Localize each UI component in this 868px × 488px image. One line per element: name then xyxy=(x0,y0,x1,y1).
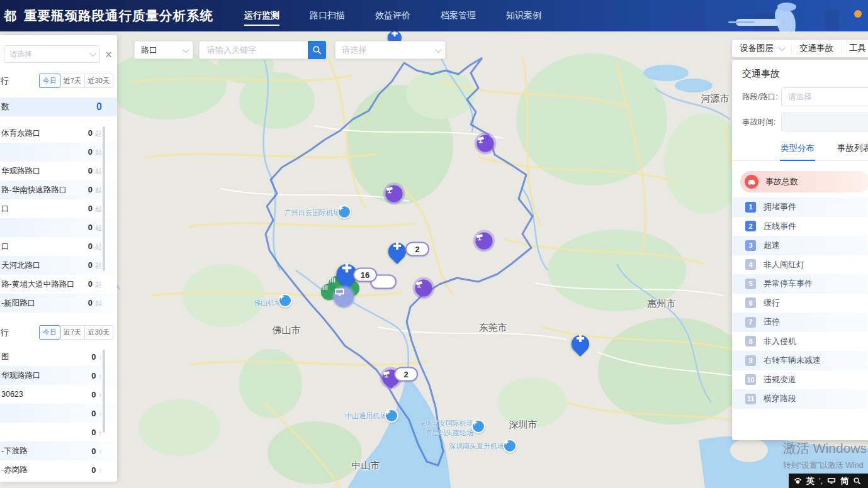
camera-marker[interactable] xyxy=(477,135,494,152)
list-item[interactable]: 口0起 xyxy=(0,237,117,256)
ime-punctuation[interactable]: ’, xyxy=(819,477,823,485)
traffic-accident-panel: 交通事故 路段/路口: 请选择 事故时间: 类型分布事故列表 事故总数 1拥堵事… xyxy=(732,60,868,440)
city-label-河源市: 河源市 xyxy=(701,93,730,105)
brand: 都 重要瓶颈路段通行质量分析系统 xyxy=(4,7,213,25)
type-rank-badge: 1 xyxy=(745,202,756,213)
type-label: 右转车辆未减速 xyxy=(764,355,821,366)
value-unit: 起 xyxy=(95,223,102,233)
toolbar-item-3[interactable]: 工具 xyxy=(841,43,868,53)
device-cluster-marker[interactable] xyxy=(572,335,589,353)
count-badge-value: 2 xyxy=(405,242,429,257)
list-item-value: 0起 xyxy=(88,298,102,308)
scrollbar[interactable] xyxy=(103,350,105,433)
accident-type-row: 4非人闯红灯 xyxy=(732,255,868,275)
area-select[interactable]: 请选择 xyxy=(335,41,446,59)
list-item[interactable]: 图0↑ xyxy=(0,347,117,366)
list-item[interactable]: 0起 xyxy=(0,143,117,162)
value-unit: ↑ xyxy=(99,372,103,380)
ime-paw-icon[interactable] xyxy=(794,477,802,485)
tab-2[interactable]: 事故列表 xyxy=(837,138,868,160)
ime-simplified-toggle[interactable]: 简 xyxy=(840,475,848,487)
search-type-select[interactable]: 路口 xyxy=(134,41,193,59)
list-item[interactable]: 华观路路口0↑ xyxy=(0,366,117,385)
list-item[interactable]: 0↑ xyxy=(0,423,117,441)
list-item-label: 天河北路口 xyxy=(1,260,41,271)
type-rank-badge: 5 xyxy=(745,279,756,289)
list-item[interactable]: 体育东路口0起 xyxy=(0,124,117,143)
type-rank-badge: 3 xyxy=(745,240,756,251)
camera-marker[interactable] xyxy=(476,233,493,250)
list-item[interactable]: 华观路路口0起 xyxy=(0,162,117,180)
list-item[interactable]: 路-黄埔大道中路路口...0起 xyxy=(0,275,117,294)
ime-search-icon[interactable] xyxy=(853,477,861,485)
list-item[interactable]: 口0起 xyxy=(0,199,117,218)
list-item-value: 0起 xyxy=(88,204,102,214)
accident-time-input[interactable] xyxy=(781,113,868,131)
nav-item-5[interactable]: 知识案例 xyxy=(505,1,543,30)
type-rank-badge: 10 xyxy=(745,374,756,385)
list-item[interactable]: 0起 xyxy=(0,218,117,237)
camera-icon xyxy=(477,135,494,152)
tab-1[interactable]: 类型分布 xyxy=(780,138,815,160)
left-ranking-panel: 请选择 × 行 今日近7天近30天 数 0 体育东路口0起0起华观路路口0起路-… xyxy=(0,35,117,482)
display-device-marker[interactable] xyxy=(334,287,354,307)
nav-item-4[interactable]: 档案管理 xyxy=(439,1,477,30)
list-item[interactable]: 0↑ xyxy=(0,404,117,423)
time-filter-group: 今日近7天近30天 xyxy=(40,74,113,88)
left-filter-select[interactable]: 请选择 xyxy=(4,45,100,63)
airport-marker[interactable] xyxy=(385,409,398,423)
accident-type-row: 9右转车辆未减速 xyxy=(732,351,868,370)
monitor-icon xyxy=(334,287,354,307)
value-number: 0 xyxy=(88,147,93,157)
accident-type-row: 10违规变道 xyxy=(732,370,868,390)
list-item[interactable]: 306230↑ xyxy=(0,385,117,404)
list-item-label: 华观路路口 xyxy=(1,370,41,381)
time-filter-今日[interactable]: 今日 xyxy=(39,74,60,88)
ime-lang-toggle[interactable]: 英 xyxy=(806,475,814,487)
device-cluster-marker[interactable] xyxy=(388,243,406,260)
airport-marker[interactable] xyxy=(337,205,351,219)
accident-total-label: 事故总数 xyxy=(765,176,798,187)
road-select[interactable]: 请选择 xyxy=(781,87,868,106)
value-number: 0 xyxy=(91,446,96,456)
airport-marker[interactable] xyxy=(278,294,292,308)
list-item-value: 0起 xyxy=(88,128,102,138)
time-filter-近30天[interactable]: 近30天 xyxy=(84,74,113,88)
list-item[interactable]: 路-华南快速路路口0起 xyxy=(0,180,117,199)
airport-marker[interactable] xyxy=(503,439,517,453)
camera-icon xyxy=(415,280,432,297)
app-title: 重要瓶颈路段通行质量分析系统 xyxy=(24,7,213,25)
list-item[interactable]: -下渡路0↑ xyxy=(0,441,117,460)
toolbar-item-1[interactable]: 设备图层 xyxy=(732,43,791,53)
value-unit: 起 xyxy=(95,242,102,252)
keyword-input[interactable] xyxy=(199,41,308,59)
camera-marker[interactable] xyxy=(386,186,403,202)
value-unit: 起 xyxy=(95,280,102,289)
value-unit: 起 xyxy=(95,186,102,195)
time-filter-近30天[interactable]: 近30天 xyxy=(84,325,113,340)
nav-item-2[interactable]: 路口扫描 xyxy=(308,1,346,30)
list-item-value: 0↑ xyxy=(91,371,102,380)
list-item[interactable]: -赤岗路0↑ xyxy=(0,460,117,479)
cluster-pin-icon xyxy=(568,331,593,357)
accident-type-row: 7违停 xyxy=(732,313,868,332)
accident-type-row: 6缓行 xyxy=(732,294,868,313)
list-item[interactable]: -新阳路口0起 xyxy=(0,294,117,313)
list-item-label: 图 xyxy=(1,352,9,362)
ime-keyboard-icon[interactable] xyxy=(827,477,836,485)
list-item-value: 0↑ xyxy=(91,465,102,475)
close-icon[interactable]: × xyxy=(105,48,112,60)
time-filter-近7天[interactable]: 近7天 xyxy=(60,74,85,88)
toolbar-item-2[interactable]: 交通事故 xyxy=(791,43,841,53)
nav-item-1[interactable]: 运行监测 xyxy=(243,1,281,30)
airport-marker[interactable] xyxy=(471,419,485,433)
time-filter-近7天[interactable]: 近7天 xyxy=(60,325,85,340)
time-filter-今日[interactable]: 今日 xyxy=(39,325,60,340)
list-item[interactable]: 天河北路口0起 xyxy=(0,256,117,275)
scrollbar[interactable] xyxy=(103,126,105,271)
ranking-section-2: 行 今日近7天近30天 图0↑华观路路口0↑306230↑0↑0↑-下渡路0↑-… xyxy=(0,325,117,479)
search-button[interactable] xyxy=(308,41,326,59)
camera-marker[interactable] xyxy=(415,280,432,297)
nav-item-3[interactable]: 效益评价 xyxy=(374,1,412,30)
ranking-section-1: 行 今日近7天近30天 数 0 体育东路口0起0起华观路路口0起路-华南快速路路… xyxy=(0,74,117,313)
